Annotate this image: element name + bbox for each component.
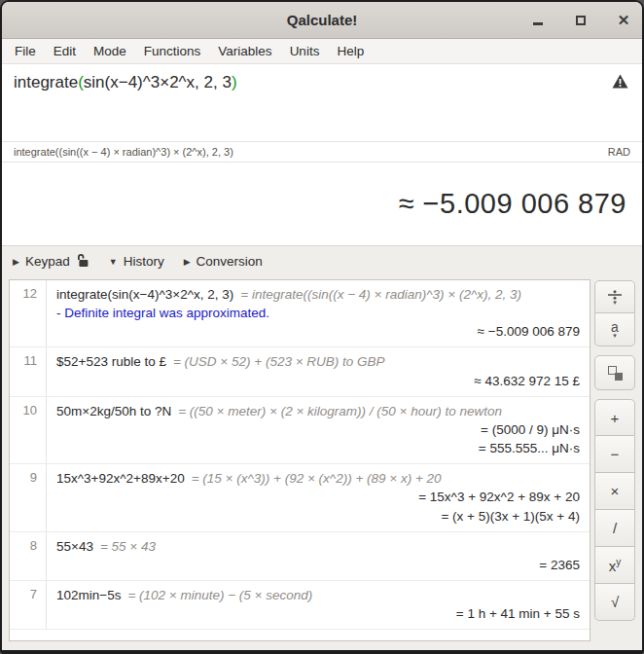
close-button[interactable]: ✕ bbox=[617, 14, 630, 27]
row-expression: integrate(sin(x−4)^3×2^x, 2, 3) bbox=[56, 287, 233, 302]
status-bar: integrate((sin((x − 4) × radian)^3) × (2… bbox=[2, 141, 642, 163]
row-number: 7 bbox=[10, 581, 47, 629]
close-icon: ✕ bbox=[618, 13, 630, 27]
a-format-dropdown-button[interactable]: a ▾ bbox=[594, 313, 635, 346]
conversion-expander[interactable]: ▶ Conversion bbox=[184, 254, 263, 269]
divide-button[interactable]: / bbox=[594, 510, 635, 547]
row-result[interactable]: = (5000 / 9) μN·s bbox=[56, 420, 580, 439]
row-expression-line[interactable]: 55×43= 55 × 43 bbox=[56, 537, 580, 556]
matched-paren-close: ) bbox=[232, 73, 237, 91]
row-parsed: = integrate((sin((x − 4) × radian)^3) × … bbox=[240, 287, 521, 302]
row-expression-line[interactable]: 15x^3+92x^2+89x+20= (15 × (x^3)) + (92 ×… bbox=[56, 469, 580, 488]
multiply-button[interactable]: × bbox=[594, 473, 635, 510]
row-result[interactable]: ≈ 43.632 972 15 £ bbox=[56, 372, 580, 390]
conversion-expander-label: Conversion bbox=[197, 254, 263, 269]
minimize-button[interactable] bbox=[531, 14, 545, 27]
division-format-dropdown-button[interactable]: ▾ bbox=[594, 280, 635, 313]
row-expression-line[interactable]: 102min−5s= (102 × minute) − (5 × second) bbox=[56, 586, 580, 604]
maximize-icon bbox=[576, 16, 586, 25]
history-row[interactable]: 11 $52+523 ruble to £= (USD × 52) + (523… bbox=[10, 347, 590, 396]
row-expression: 50m×2kg/50h to ?N bbox=[56, 404, 171, 418]
menubar: File Edit Mode Functions Variables Units… bbox=[2, 39, 642, 63]
triangle-right-icon: ▶ bbox=[13, 257, 19, 267]
row-number: 8 bbox=[10, 532, 47, 580]
keypad-expander-label: Keypad bbox=[25, 254, 70, 269]
row-result[interactable]: = (x + 5)(3x + 1)(5x + 4) bbox=[56, 507, 580, 526]
history-expander-label: History bbox=[124, 254, 164, 269]
row-expression-line[interactable]: 50m×2kg/50h to ?N= ((50 × meter) × (2 × … bbox=[56, 402, 580, 420]
chevron-down-icon: ▾ bbox=[613, 301, 617, 305]
warning-icon[interactable] bbox=[612, 74, 628, 93]
row-expression: 55×43 bbox=[56, 539, 93, 554]
sqrt-button[interactable]: √ bbox=[594, 584, 635, 621]
division-icon bbox=[607, 290, 623, 300]
triangle-right-icon: ▶ bbox=[184, 257, 191, 267]
add-button[interactable]: + bbox=[594, 399, 635, 436]
chevron-down-icon: ▾ bbox=[613, 334, 617, 338]
parsed-expression: integrate((sin((x − 4) × radian)^3) × (2… bbox=[14, 146, 233, 158]
main-area: 12 integrate(sin(x−4)^3×2^x, 2, 3)= inte… bbox=[2, 276, 642, 650]
expression-input[interactable]: integrate(sin(x−4)^3×2^x, 2, 3) bbox=[2, 63, 642, 141]
row-result[interactable]: = 15x^3 + 92x^2 + 89x + 20 bbox=[56, 488, 580, 506]
history-row[interactable]: 7 102min−5s= (102 × minute) − (5 × secon… bbox=[10, 581, 590, 630]
row-number: 11 bbox=[10, 347, 47, 395]
row-parsed: = (15 × (x^3)) + (92 × (x^2)) + (89 × x)… bbox=[192, 471, 442, 486]
power-button[interactable]: xy bbox=[594, 547, 635, 584]
row-number: 10 bbox=[10, 397, 47, 463]
history-row[interactable]: 10 50m×2kg/50h to ?N= ((50 × meter) × (2… bbox=[10, 397, 590, 464]
window-title: Qalculate! bbox=[287, 12, 358, 28]
row-expression-line[interactable]: $52+523 ruble to £= (USD × 52) + (523 × … bbox=[56, 352, 580, 371]
panel-expander-bar: ▶ Keypad ▼ History ▶ Conversion bbox=[2, 245, 642, 276]
copy-button[interactable] bbox=[594, 355, 635, 390]
subtract-button[interactable]: − bbox=[594, 436, 635, 473]
row-result[interactable]: = 555.555... μN·s bbox=[56, 439, 580, 457]
qalculate-window: Qalculate! ✕ File Edit Mode Functions Va… bbox=[0, 0, 644, 654]
menu-help[interactable]: Help bbox=[328, 41, 373, 61]
row-expression: 15x^3+92x^2+89x+20 bbox=[56, 471, 185, 486]
history-expander[interactable]: ▼ History bbox=[109, 254, 164, 269]
menu-variables[interactable]: Variables bbox=[209, 41, 280, 61]
triangle-down-icon: ▼ bbox=[109, 257, 118, 267]
minimize-icon bbox=[533, 22, 543, 25]
history-row[interactable]: 8 55×43= 55 × 43 = 2365 bbox=[10, 532, 590, 581]
row-result[interactable]: = 2365 bbox=[56, 556, 580, 574]
angle-mode-indicator: RAD bbox=[608, 146, 630, 158]
expression-text: integrate(sin(x−4)^3×2^x, 2, 3) bbox=[14, 73, 237, 91]
history-row[interactable]: 12 integrate(sin(x−4)^3×2^x, 2, 3)= inte… bbox=[10, 280, 590, 347]
row-expression: $52+523 ruble to £ bbox=[56, 354, 166, 369]
row-note: - Definite integral was approximated. bbox=[56, 304, 580, 322]
row-number: 9 bbox=[10, 464, 47, 530]
row-result[interactable]: = 1 h + 41 min + 55 s bbox=[56, 604, 580, 623]
result-display: ≈ −5.009 006 879 bbox=[2, 163, 642, 245]
row-expression: 102min−5s bbox=[56, 588, 121, 602]
row-result[interactable]: ≈ −5.009 006 879 bbox=[56, 322, 580, 341]
result-value: ≈ −5.009 006 879 bbox=[399, 188, 626, 220]
history-list[interactable]: 12 integrate(sin(x−4)^3×2^x, 2, 3)= inte… bbox=[9, 279, 590, 641]
titlebar[interactable]: Qalculate! ✕ bbox=[2, 2, 642, 39]
row-parsed: = 55 × 43 bbox=[100, 539, 156, 554]
row-expression-line[interactable]: integrate(sin(x−4)^3×2^x, 2, 3)= integra… bbox=[56, 285, 580, 304]
menu-file[interactable]: File bbox=[6, 41, 45, 61]
keypad-expander[interactable]: ▶ Keypad bbox=[13, 253, 89, 271]
menu-mode[interactable]: Mode bbox=[85, 41, 135, 61]
row-parsed: = (102 × minute) − (5 × second) bbox=[127, 588, 312, 602]
menu-functions[interactable]: Functions bbox=[135, 41, 210, 61]
row-number: 12 bbox=[10, 280, 47, 346]
row-parsed: = ((50 × meter) × (2 × kilogram)) / (50 … bbox=[178, 404, 502, 418]
menu-units[interactable]: Units bbox=[281, 41, 329, 61]
menu-edit[interactable]: Edit bbox=[45, 41, 85, 61]
unlock-icon[interactable] bbox=[76, 253, 89, 271]
row-parsed: = (USD × 52) + (523 × RUB) to GBP bbox=[173, 354, 385, 369]
side-button-column: ▾ a ▾ + − × / xy √ bbox=[590, 279, 639, 641]
history-row[interactable]: 9 15x^3+92x^2+89x+20= (15 × (x^3)) + (92… bbox=[10, 464, 590, 531]
copy-icon bbox=[608, 366, 623, 381]
maximize-button[interactable] bbox=[574, 14, 588, 27]
